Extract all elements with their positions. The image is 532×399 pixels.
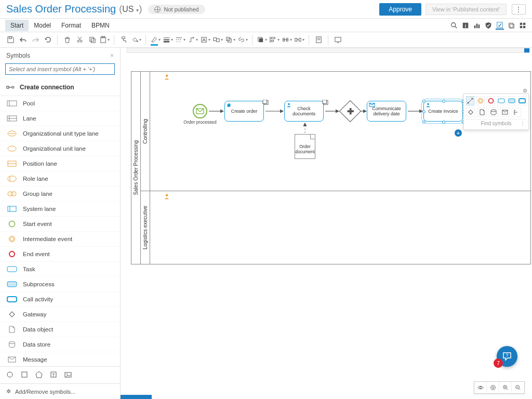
- mp-gateway[interactable]: [466, 108, 475, 117]
- locale-picker[interactable]: (US ▾): [119, 4, 142, 15]
- view-published-button[interactable]: View in 'Published content': [425, 4, 507, 15]
- add-remove-symbols[interactable]: ✲ Add/Remove symbols...: [0, 383, 120, 399]
- symbol-group[interactable]: Group lane: [0, 187, 120, 202]
- symbol-endev[interactable]: End event: [0, 247, 120, 262]
- symbol-orgtype[interactable]: Organizational unit type lane: [0, 126, 120, 141]
- fit-icon[interactable]: [487, 382, 499, 393]
- paste-icon[interactable]: ▾: [99, 35, 110, 45]
- mp-dataobj[interactable]: [477, 108, 487, 117]
- symbol-system[interactable]: System lane: [0, 202, 120, 217]
- line-style-icon[interactable]: ▾: [175, 35, 185, 45]
- symbol-startev[interactable]: Start event: [0, 217, 120, 232]
- symbol-dataobj[interactable]: Data object: [0, 322, 120, 337]
- symbol-task[interactable]: Task: [0, 262, 120, 277]
- gear-icon[interactable]: ⚙: [523, 88, 527, 94]
- mp-call[interactable]: [518, 96, 526, 105]
- mini-find[interactable]: Find symbols⋮: [466, 119, 526, 127]
- task-t3[interactable]: Communicate delivery date: [367, 101, 406, 122]
- format-painter-icon[interactable]: [118, 35, 129, 45]
- info-icon[interactable]: i: [461, 21, 470, 30]
- attribute-icon[interactable]: ▾: [200, 35, 210, 45]
- zoombar[interactable]: [474, 381, 525, 394]
- symbol-message[interactable]: Message: [0, 352, 120, 366]
- fullscreen-icon[interactable]: [332, 35, 343, 45]
- shield-icon[interactable]: [484, 21, 493, 30]
- arrange-icon[interactable]: ▾: [225, 35, 235, 45]
- tab-bpmn[interactable]: BPMN: [86, 20, 115, 31]
- task-t2[interactable]: Check documents: [284, 101, 324, 122]
- shape-text[interactable]: T: [50, 371, 57, 379]
- shape-square[interactable]: [21, 371, 28, 379]
- spacing-icon[interactable]: ▾: [294, 35, 304, 45]
- task-t4[interactable]: Create invoice: [423, 101, 463, 122]
- group-icon[interactable]: ▾: [212, 35, 223, 45]
- refresh-icon[interactable]: [43, 35, 53, 45]
- symbol-lane[interactable]: Lane: [0, 111, 120, 126]
- mp-message[interactable]: [500, 108, 510, 117]
- template-icon[interactable]: [313, 35, 324, 45]
- save-icon[interactable]: [5, 35, 16, 45]
- edit-mode-icon[interactable]: [496, 21, 504, 30]
- shape-pentagon[interactable]: [35, 371, 43, 379]
- copy-icon[interactable]: [87, 35, 97, 45]
- task-t1[interactable]: Create order: [224, 101, 264, 122]
- eye-icon[interactable]: [474, 382, 487, 393]
- tab-start[interactable]: Start: [5, 20, 29, 31]
- layers-icon[interactable]: [507, 21, 515, 30]
- mp-intermediate[interactable]: [476, 96, 485, 105]
- symbol-sub[interactable]: Subprocess: [0, 277, 120, 292]
- data-object[interactable]: Order document: [295, 134, 315, 159]
- link-icon[interactable]: ▾: [237, 35, 248, 45]
- scroll-thumb-bottom[interactable]: [121, 395, 152, 399]
- canvas[interactable]: Sales Order Processing Controlling Order…: [121, 48, 532, 399]
- symbol-pool[interactable]: Pool: [0, 96, 120, 111]
- line-weight-icon[interactable]: ▾: [163, 35, 173, 45]
- line-color-icon[interactable]: ▾: [150, 35, 161, 45]
- symbol-orgunit[interactable]: Organizational unit lane: [0, 141, 120, 156]
- help-button[interactable]: ? 7: [497, 346, 517, 367]
- symbol-gateway[interactable]: Gateway: [0, 307, 120, 322]
- symbol-call[interactable]: Call activity: [0, 292, 120, 307]
- more-menu[interactable]: ⋮: [512, 4, 526, 15]
- fill-icon[interactable]: ▾: [131, 35, 141, 45]
- attachment-icon[interactable]: [322, 100, 328, 106]
- connector-icon[interactable]: ▾: [188, 35, 198, 45]
- chart-icon[interactable]: [473, 21, 481, 30]
- distribute-icon[interactable]: ▾: [282, 35, 292, 45]
- mp-annotation[interactable]: [512, 108, 521, 117]
- mp-sub[interactable]: [508, 96, 516, 105]
- tab-model[interactable]: Model: [29, 20, 56, 31]
- tab-format[interactable]: Format: [56, 20, 86, 31]
- mp-connection[interactable]: [466, 96, 474, 105]
- grid-icon[interactable]: [518, 21, 527, 30]
- search-icon[interactable]: [450, 21, 458, 30]
- scroll-track-top[interactable]: [127, 48, 530, 53]
- symbol-interev[interactable]: Intermediate event: [0, 232, 120, 247]
- svg-rect-105: [498, 99, 504, 103]
- publish-status[interactable]: Not published: [148, 5, 205, 14]
- symbol-role[interactable]: Role lane: [0, 171, 120, 187]
- redo-icon[interactable]: [30, 35, 41, 45]
- create-connection[interactable]: Create connection: [0, 79, 120, 96]
- shape-image[interactable]: [64, 371, 72, 379]
- zoom-out-icon[interactable]: [512, 382, 524, 393]
- attachment-icon[interactable]: [262, 100, 269, 106]
- symbol-position[interactable]: Position lane: [0, 156, 120, 171]
- align-icon[interactable]: ▾: [269, 35, 280, 45]
- delete-icon[interactable]: [62, 35, 72, 45]
- shape-circle[interactable]: [6, 371, 14, 379]
- zoom-in-icon[interactable]: [499, 382, 512, 393]
- cut-icon[interactable]: [74, 35, 85, 45]
- approve-button[interactable]: Approve: [379, 3, 421, 16]
- mini-palette[interactable]: ⚙ + Find symbols⋮: [463, 94, 529, 130]
- close-sidebar-icon[interactable]: ×: [110, 52, 114, 59]
- mp-end[interactable]: [487, 96, 495, 105]
- mp-task[interactable]: [497, 96, 506, 105]
- svg-rect-107: [519, 99, 525, 103]
- undo-icon[interactable]: [18, 35, 28, 45]
- symbol-datastore[interactable]: Data store: [0, 337, 120, 352]
- add-element-button[interactable]: +: [455, 129, 462, 137]
- symbol-search-input[interactable]: [5, 63, 115, 75]
- bring-front-icon[interactable]: ▾: [257, 35, 267, 45]
- mp-datastore[interactable]: [489, 108, 498, 117]
